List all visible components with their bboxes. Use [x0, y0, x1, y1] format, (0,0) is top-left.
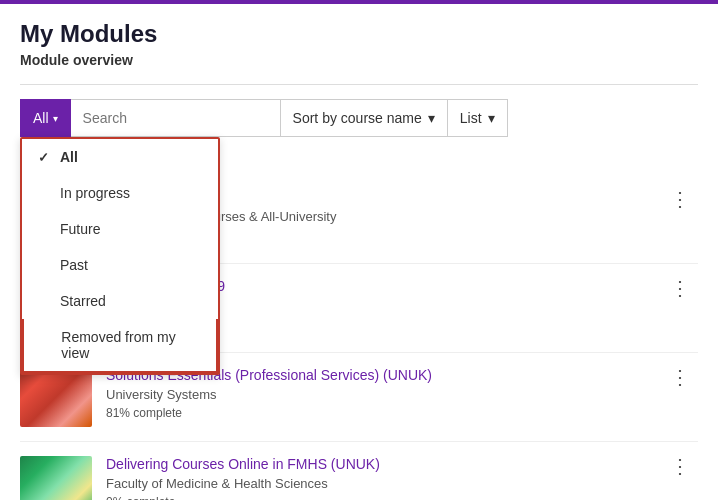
module-subtitle: University Systems — [106, 387, 662, 402]
module-menu-button[interactable]: ⋮ — [662, 189, 698, 209]
list-button[interactable]: List ▾ — [448, 99, 508, 137]
dropdown-item-removed[interactable]: Removed from my view — [22, 319, 218, 373]
module-progress: 0% complete — [106, 495, 662, 500]
dropdown-item-all[interactable]: ✓ All — [22, 139, 218, 175]
module-thumbnail — [20, 456, 92, 500]
module-progress: 81% complete — [106, 406, 662, 420]
page-subtitle: Module overview — [20, 52, 698, 68]
dropdown-item-future[interactable]: Future — [22, 211, 218, 247]
all-filter-label: All — [33, 110, 49, 126]
module-item: Delivering Courses Online in FMHS (UNUK)… — [20, 442, 698, 500]
module-menu-button[interactable]: ⋮ — [662, 367, 698, 387]
dropdown-label-starred: Starred — [60, 293, 106, 309]
dropdown-label-future: Future — [60, 221, 100, 237]
dropdown-item-past[interactable]: Past — [22, 247, 218, 283]
dropdown-label-in-progress: In progress — [60, 185, 130, 201]
divider — [20, 84, 698, 85]
chevron-down-icon: ▾ — [53, 113, 58, 124]
dropdown-label-past: Past — [60, 257, 88, 273]
dropdown-label-removed: Removed from my view — [61, 329, 200, 361]
dropdown-item-in-progress[interactable]: In progress — [22, 175, 218, 211]
dropdown-label-all: All — [60, 149, 78, 165]
thumbnail-pink — [20, 367, 92, 427]
sort-chevron-icon: ▾ — [428, 110, 435, 126]
module-menu-button[interactable]: ⋮ — [662, 278, 698, 298]
list-chevron-icon: ▾ — [488, 110, 495, 126]
dropdown-item-starred[interactable]: Starred — [22, 283, 218, 319]
module-menu-button[interactable]: ⋮ — [662, 456, 698, 476]
filter-dropdown: ✓ All In progress Future Past Starred — [20, 137, 220, 375]
toolbar: All ▾ Sort by course name ▾ List ▾ — [20, 99, 698, 137]
thumbnail-green — [20, 456, 92, 500]
module-title-link[interactable]: Delivering Courses Online in FMHS (UNUK) — [106, 456, 662, 472]
module-thumbnail — [20, 367, 92, 427]
module-subtitle: Faculty of Medicine & Health Sciences — [106, 476, 662, 491]
search-input[interactable] — [71, 99, 281, 137]
all-filter-button[interactable]: All ▾ — [20, 99, 71, 137]
page-title: My Modules — [20, 20, 698, 48]
sort-button[interactable]: Sort by course name ▾ — [281, 99, 448, 137]
content-area: All ▾ Sort by course name ▾ List ▾ ✓ All… — [20, 99, 698, 500]
module-info: Delivering Courses Online in FMHS (UNUK)… — [106, 456, 662, 500]
main-content: My Modules Module overview All ▾ Sort by… — [0, 4, 718, 500]
check-icon-all: ✓ — [38, 150, 52, 165]
sort-label: Sort by course name — [293, 110, 422, 126]
list-label: List — [460, 110, 482, 126]
